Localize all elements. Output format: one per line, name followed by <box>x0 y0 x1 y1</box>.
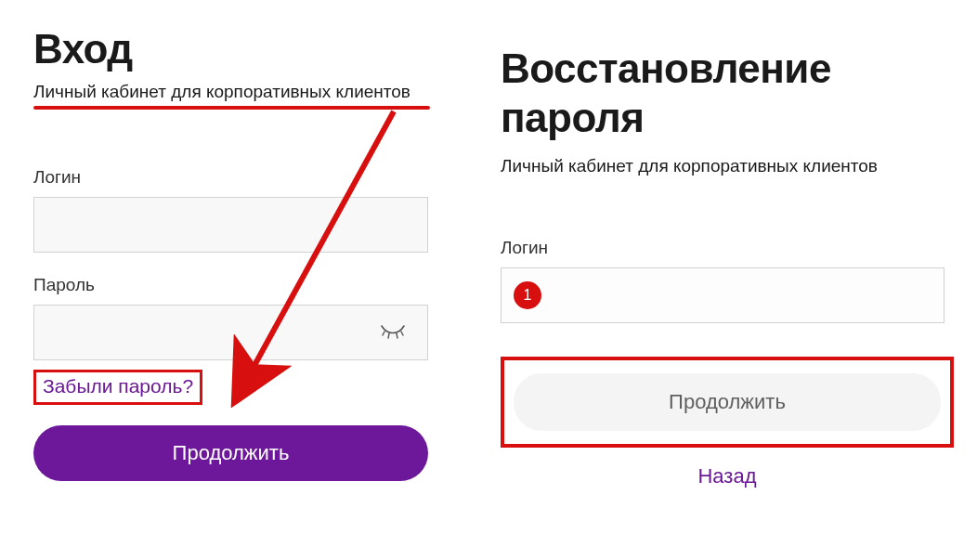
recovery-continue-label: Продолжить <box>669 390 786 414</box>
forgot-password-link[interactable]: Забыли пароль? <box>43 375 193 397</box>
recovery-title: Восстановление пароля <box>501 45 949 143</box>
annotation-forgot-highlight: Забыли пароль? <box>33 370 202 405</box>
annotation-marker-1: 1 <box>514 281 541 309</box>
svg-line-0 <box>383 332 384 335</box>
eye-closed-icon[interactable] <box>380 322 406 343</box>
password-label: Пароль <box>33 275 447 295</box>
login-subtitle: Личный кабинет для корпоративных клиенто… <box>33 82 447 102</box>
recovery-continue-button[interactable]: Продолжить <box>514 373 941 431</box>
login-title: Вход <box>33 26 447 72</box>
svg-line-1 <box>388 334 389 339</box>
continue-button[interactable]: Продолжить <box>33 425 428 481</box>
annotation-underline <box>33 106 430 110</box>
recovery-login-label: Логин <box>501 238 946 258</box>
annotation-continue-highlight: Продолжить <box>501 357 954 448</box>
svg-line-3 <box>401 332 403 335</box>
continue-button-label: Продолжить <box>173 441 290 465</box>
login-input[interactable] <box>33 197 428 253</box>
svg-line-2 <box>397 334 397 339</box>
recovery-subtitle: Личный кабинет для корпоративных клиенто… <box>501 156 949 176</box>
password-input[interactable] <box>33 305 428 360</box>
back-link[interactable]: Назад <box>501 464 954 488</box>
login-panel: Вход Личный кабинет для корпоративных кл… <box>33 26 447 560</box>
login-label: Логин <box>33 167 447 188</box>
recovery-panel: Восстановление пароля Личный кабинет для… <box>447 26 949 560</box>
recovery-login-input[interactable] <box>501 267 944 323</box>
